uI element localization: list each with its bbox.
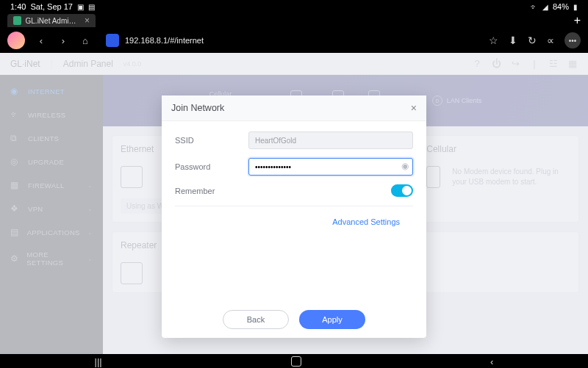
signal-icon: ◢ — [542, 3, 548, 11]
reload-icon[interactable]: ↻ — [528, 35, 537, 46]
star-icon[interactable]: ☆ — [489, 35, 498, 46]
browser-tab[interactable]: GL.iNet Admin Pan × — [7, 14, 96, 27]
profile-avatar[interactable] — [7, 32, 25, 49]
android-statusbar: 1:40 Sat, Sep 17 ▣ ▤ ᯤ ◢ 84% ▮ — [0, 0, 588, 13]
remember-toggle[interactable] — [391, 184, 413, 197]
modal-body: SSID Password ◉ Remember Advanced Settin… — [162, 121, 426, 301]
back-button[interactable]: Back — [223, 310, 289, 329]
back-button[interactable]: ‹ — [35, 35, 47, 46]
close-icon[interactable]: × — [411, 102, 417, 114]
advanced-settings-link[interactable]: Advanced Settings — [332, 217, 400, 226]
battery-percent: 84% — [553, 2, 569, 11]
tab-title: GL.iNet Admin Pan — [26, 17, 80, 25]
password-input[interactable] — [248, 158, 413, 176]
home-button[interactable]: ⌂ — [79, 35, 91, 46]
browser-tabstrip: GL.iNet Admin Pan × + — [0, 13, 588, 28]
notification-icon: ▣ — [77, 3, 84, 11]
status-time: 1:40 — [10, 2, 26, 11]
recent-apps-button[interactable]: ||| — [95, 356, 102, 367]
remember-label: Remember — [175, 187, 248, 195]
back-button[interactable]: ‹ — [490, 356, 493, 367]
download-icon[interactable]: ⬇ — [509, 35, 517, 46]
password-label: Password — [175, 162, 248, 171]
modal-footer: Back Apply — [162, 301, 426, 338]
new-tab-button[interactable]: + — [574, 14, 581, 27]
join-network-modal: Join Network × SSID Password ◉ Remember … — [162, 95, 426, 338]
favicon-icon — [13, 16, 21, 25]
android-navbar: ||| ‹ — [0, 354, 588, 368]
modal-header: Join Network × — [162, 95, 426, 121]
forward-button[interactable]: › — [57, 35, 69, 46]
menu-button[interactable]: ••• — [564, 32, 581, 48]
url-text: 192.168.8.1/#/internet — [125, 36, 204, 45]
home-button[interactable] — [291, 356, 301, 367]
status-date: Sat, Sep 17 — [30, 2, 73, 11]
battery-icon: ▮ — [573, 3, 578, 11]
browser-toolbar: ‹ › ⌂ 192.168.8.1/#/internet ☆ ⬇ ↻ ∝ ••• — [0, 28, 588, 53]
shield-icon[interactable] — [106, 34, 119, 47]
ssid-label: SSID — [175, 136, 248, 145]
ssid-input — [248, 131, 413, 149]
share-icon[interactable]: ∝ — [547, 35, 554, 46]
reveal-password-icon[interactable]: ◉ — [401, 161, 409, 171]
notification-icon: ▤ — [88, 3, 95, 11]
close-tab-icon[interactable]: × — [85, 15, 90, 26]
wifi-icon: ᯤ — [531, 3, 538, 11]
modal-title: Join Network — [171, 103, 224, 113]
url-bar[interactable]: 192.168.8.1/#/internet — [101, 34, 478, 47]
page-viewport: GL·iNet | Admin Panel v4.0.0 ? ⏻ ↪ | ☳ ▦… — [0, 53, 588, 354]
apply-button[interactable]: Apply — [299, 310, 365, 329]
